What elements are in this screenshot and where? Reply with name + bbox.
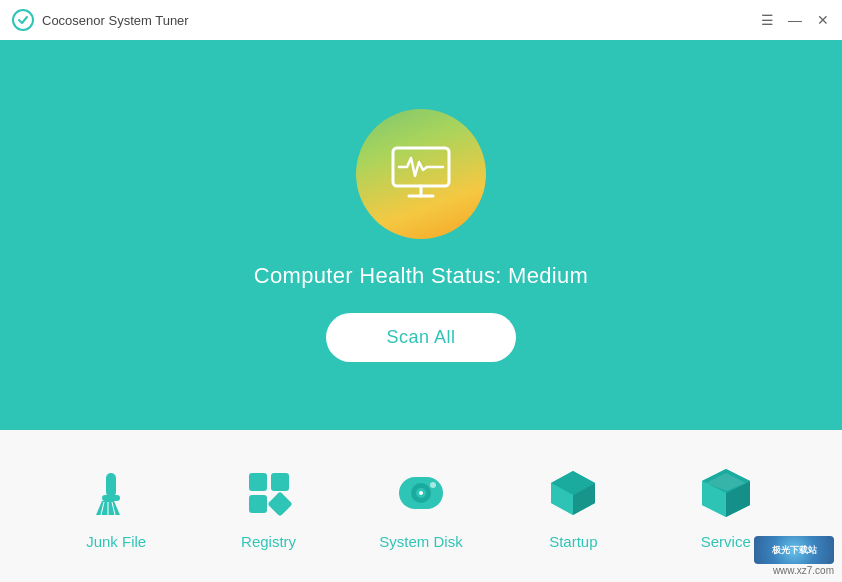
- svg-rect-11: [249, 495, 267, 513]
- startup-label: Startup: [549, 533, 597, 550]
- svg-rect-4: [106, 473, 116, 497]
- title-bar-left: Cocosenor System Tuner: [12, 9, 189, 31]
- svg-rect-10: [271, 473, 289, 491]
- health-icon-circle: [356, 109, 486, 239]
- svg-rect-9: [249, 473, 267, 491]
- registry-label: Registry: [241, 533, 296, 550]
- title-bar-controls: ☰ — ✕: [760, 13, 830, 27]
- system-disk-icon: [391, 463, 451, 523]
- tool-item-junk-file[interactable]: Junk File: [66, 463, 166, 550]
- startup-icon: [543, 463, 603, 523]
- app-title: Cocosenor System Tuner: [42, 13, 189, 28]
- tool-item-registry[interactable]: Registry: [219, 463, 319, 550]
- watermark-logo: 极光下载站: [754, 536, 834, 564]
- watermark-url: www.xz7.com: [773, 565, 834, 576]
- health-status-text: Computer Health Status: Medium: [254, 263, 588, 289]
- svg-point-0: [13, 10, 33, 30]
- svg-rect-12: [267, 491, 292, 516]
- monitor-icon: [385, 138, 457, 210]
- title-bar: Cocosenor System Tuner ☰ — ✕: [0, 0, 842, 40]
- minimize-button[interactable]: —: [788, 13, 802, 27]
- junk-file-icon: [86, 463, 146, 523]
- watermark: 极光下载站 www.xz7.com: [754, 536, 834, 576]
- svg-point-17: [430, 482, 436, 488]
- close-button[interactable]: ✕: [816, 13, 830, 27]
- registry-icon: [239, 463, 299, 523]
- service-label: Service: [701, 533, 751, 550]
- bottom-toolbar: Junk File Registry: [0, 430, 842, 582]
- svg-point-16: [419, 491, 423, 495]
- svg-rect-5: [102, 495, 120, 501]
- junk-file-label: Junk File: [86, 533, 146, 550]
- tool-item-startup[interactable]: Startup: [523, 463, 623, 550]
- service-icon: [696, 463, 756, 523]
- tool-item-system-disk[interactable]: System Disk: [371, 463, 471, 550]
- main-content-area: Computer Health Status: Medium Scan All: [0, 40, 842, 430]
- scan-all-button[interactable]: Scan All: [326, 313, 515, 362]
- app-logo-icon: [12, 9, 34, 31]
- menu-button[interactable]: ☰: [760, 13, 774, 27]
- system-disk-label: System Disk: [379, 533, 462, 550]
